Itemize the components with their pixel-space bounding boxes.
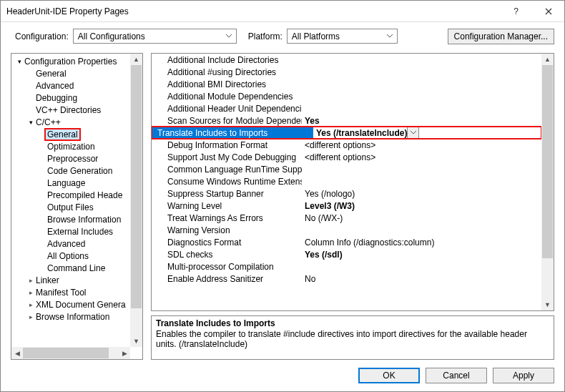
tree-node[interactable]: Language xyxy=(11,177,142,189)
platform-label: Platform: xyxy=(248,31,282,41)
property-name: Consume Windows Runtime Extension xyxy=(152,177,302,187)
property-row[interactable]: Additional BMI Directories xyxy=(152,78,541,90)
tree-node[interactable]: ▸Browse Information xyxy=(11,310,142,323)
platform-dropdown[interactable]: All Platforms xyxy=(287,29,398,44)
scroll-right-arrow[interactable]: ▶ xyxy=(119,347,130,359)
tree-node[interactable]: Advanced xyxy=(11,237,142,250)
tree-node[interactable]: Command Line xyxy=(11,262,142,274)
tree-label: Advanced xyxy=(46,239,87,249)
tree-node[interactable]: All Options xyxy=(11,250,142,262)
property-row[interactable]: Enable Address SanitizerNo xyxy=(152,273,541,285)
property-row[interactable]: Suppress Startup BannerYes (/nologo) xyxy=(152,187,541,200)
property-row[interactable]: Consume Windows Runtime Extension xyxy=(152,175,541,187)
property-name: Common Language RunTime Support xyxy=(152,165,302,175)
grid-vertical-scrollbar[interactable]: ▲ ▼ xyxy=(541,54,554,310)
scroll-down-arrow[interactable]: ▼ xyxy=(130,335,142,347)
tree-label: General xyxy=(46,129,79,139)
property-name: Diagnostics Format xyxy=(152,237,302,248)
tree-node[interactable]: Precompiled Heade xyxy=(11,189,142,201)
property-row[interactable]: Additional Include Directories xyxy=(152,54,541,66)
expand-icon[interactable]: ▾ xyxy=(27,119,34,126)
close-button[interactable] xyxy=(532,1,564,22)
tree-label: Optimization xyxy=(46,142,97,152)
property-value: No xyxy=(302,274,541,284)
property-grid[interactable]: Additional Include DirectoriesAdditional… xyxy=(151,53,554,311)
tree-label: Precompiled Heade xyxy=(46,190,124,200)
property-row[interactable]: Warning Version xyxy=(152,224,541,236)
property-row[interactable]: Multi-processor Compilation xyxy=(152,260,541,273)
ok-button[interactable]: OK xyxy=(358,368,420,383)
tree-node[interactable]: External Includes xyxy=(11,225,142,237)
tree-label: Language xyxy=(46,178,87,188)
property-value-dropdown[interactable]: Yes (/translateInclude) xyxy=(313,127,419,139)
tree-horizontal-scrollbar[interactable]: ◀ ▶ xyxy=(11,347,130,359)
tree-node[interactable]: General xyxy=(11,128,142,140)
tree-node[interactable]: General xyxy=(11,67,142,79)
property-name: Warning Level xyxy=(152,201,302,211)
dialog-footer: OK Cancel Apply xyxy=(1,360,564,391)
property-name: Suppress Startup Banner xyxy=(152,189,302,199)
tree-node[interactable]: ▾Configuration Properties xyxy=(11,55,142,67)
scroll-up-arrow[interactable]: ▲ xyxy=(541,54,554,65)
tree-node[interactable]: Preprocessor xyxy=(11,152,142,165)
tree-vertical-scrollbar[interactable]: ▲ ▼ xyxy=(130,54,142,347)
scroll-up-arrow[interactable]: ▲ xyxy=(130,54,142,65)
description-title: Translate Includes to Imports xyxy=(156,318,549,328)
tree-node[interactable]: ▸Linker xyxy=(11,274,142,286)
expand-icon[interactable]: ▾ xyxy=(16,58,23,65)
configuration-dropdown[interactable]: All Configurations xyxy=(73,29,237,44)
expand-icon[interactable]: ▸ xyxy=(27,277,34,284)
scroll-thumb[interactable] xyxy=(542,65,553,258)
property-row[interactable]: Additional #using Directories xyxy=(152,66,541,78)
property-row[interactable]: Diagnostics FormatColumn Info (/diagnost… xyxy=(152,236,541,248)
property-value: Column Info (/diagnostics:column) xyxy=(302,237,541,248)
property-tree[interactable]: ▾Configuration PropertiesGeneralAdvanced… xyxy=(11,53,143,360)
property-name: Debug Information Format xyxy=(152,140,302,150)
property-value: Yes (/translateInclude) xyxy=(316,128,407,138)
property-name: Additional #using Directories xyxy=(152,67,302,77)
tree-node[interactable]: ▸XML Document Genera xyxy=(11,298,142,310)
property-value: Yes xyxy=(302,116,541,126)
tree-node[interactable]: Debugging xyxy=(11,92,142,104)
property-row[interactable]: Additional Header Unit Dependencies xyxy=(152,102,541,114)
tree-node[interactable]: ▸Manifest Tool xyxy=(11,286,142,298)
property-value: <different options> xyxy=(302,140,541,150)
property-value: Level3 (/W3) xyxy=(302,201,541,211)
tree-node[interactable]: Output Files xyxy=(11,201,142,213)
tree-label: Advanced xyxy=(34,81,75,91)
tree-node[interactable]: Code Generation xyxy=(11,165,142,177)
tree-node[interactable]: Advanced xyxy=(11,79,142,92)
property-name: Support Just My Code Debugging xyxy=(152,152,302,162)
property-row-selected[interactable]: Translate Includes to ImportsYes (/trans… xyxy=(152,127,541,139)
help-button[interactable]: ? xyxy=(500,1,532,22)
tree-node[interactable]: VC++ Directories xyxy=(11,104,142,116)
expand-icon[interactable]: ▸ xyxy=(27,289,34,296)
property-row[interactable]: Additional Module Dependencies xyxy=(152,90,541,102)
property-row[interactable]: Warning LevelLevel3 (/W3) xyxy=(152,200,541,212)
tree-node[interactable]: Browse Information xyxy=(11,213,142,225)
chevron-down-icon[interactable] xyxy=(407,127,419,139)
scroll-thumb[interactable] xyxy=(131,65,142,308)
property-name: Treat Warnings As Errors xyxy=(152,213,302,223)
expand-icon[interactable]: ▸ xyxy=(27,301,34,308)
scroll-down-arrow[interactable]: ▼ xyxy=(541,299,554,310)
property-name: SDL checks xyxy=(152,250,302,260)
property-row[interactable]: Common Language RunTime Support xyxy=(152,163,541,175)
property-row[interactable]: Debug Information Format<different optio… xyxy=(152,139,541,151)
apply-button[interactable]: Apply xyxy=(493,368,554,383)
property-name: Enable Address Sanitizer xyxy=(152,274,302,284)
cancel-button[interactable]: Cancel xyxy=(426,368,487,383)
property-value: Yes (/nologo) xyxy=(302,189,541,199)
property-row[interactable]: Scan Sources for Module DependenciesYes xyxy=(152,114,541,127)
scroll-left-arrow[interactable]: ◀ xyxy=(11,347,23,359)
property-row[interactable]: SDL checksYes (/sdl) xyxy=(152,248,541,260)
configuration-manager-button[interactable]: Configuration Manager... xyxy=(448,29,554,44)
property-row[interactable]: Treat Warnings As ErrorsNo (/WX-) xyxy=(152,212,541,224)
property-row[interactable]: Support Just My Code Debugging<different… xyxy=(152,151,541,163)
tree-node[interactable]: ▾C/C++ xyxy=(11,116,142,128)
expand-icon[interactable]: ▸ xyxy=(27,313,34,320)
scroll-thumb[interactable] xyxy=(23,348,109,358)
tree-node[interactable]: Optimization xyxy=(11,140,142,152)
property-value: Yes (/sdl) xyxy=(302,250,541,260)
description-body: Enables the compiler to translate #inclu… xyxy=(156,329,549,349)
